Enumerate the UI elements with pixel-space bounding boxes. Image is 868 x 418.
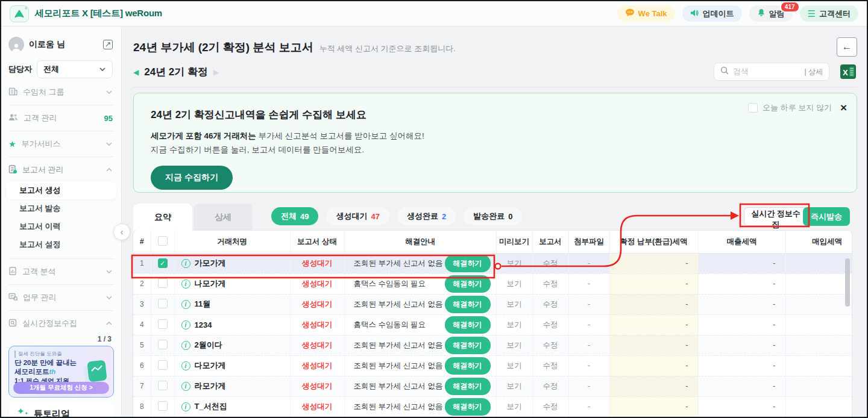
preview-cell: 보기 [496,314,532,335]
resolve-button[interactable]: 해결하기 [445,357,491,375]
guide-text: 홈택스 수임동의 필요 [354,279,445,289]
resolve-button[interactable]: 해결하기 [445,296,491,313]
preview-link[interactable]: 보기 [507,279,522,288]
edit-link[interactable]: 수정 [543,382,558,390]
edit-link[interactable]: 수정 [543,341,558,349]
row-number: 3 [133,294,151,314]
realtime-collect-button[interactable]: 실시간 정보수집 [744,207,808,226]
row-checkbox[interactable] [158,401,168,411]
row-checkbox-cell [151,314,174,335]
resolve-button[interactable]: 해결하기 [445,275,491,293]
promo-cta-button[interactable]: 1개월 무료체험 신청 > [13,382,109,394]
edit-link[interactable]: 수정 [543,259,558,267]
resolve-button[interactable]: 해결하기 [445,337,491,354]
star-icon: ★ [8,139,16,149]
tab-summary[interactable]: 요약 [133,204,192,231]
row-number: 6 [133,355,151,376]
row-checkbox[interactable] [158,340,168,349]
confirmed-tax-cell: - [609,273,698,294]
row-checkbox[interactable]: ✓ [158,258,168,268]
divider [8,284,114,285]
resolve-button[interactable]: 해결하기 [445,316,491,334]
instant-send-button[interactable]: 즉시발송 [803,207,850,226]
info-icon[interactable]: i [181,382,190,391]
filter-chip-created[interactable]: 생성완료2 [397,207,456,225]
row-checkbox[interactable] [158,278,168,288]
sidebar-collapse-button[interactable]: ‹ [113,223,130,240]
sidebar-item-report-settings[interactable]: 보고서 설정 [6,236,116,254]
tutorial-button[interactable]: ✦✦✦ 튜토리얼 [8,402,114,418]
prev-period-arrow[interactable]: ◀ [133,68,139,76]
close-icon[interactable]: × [840,102,847,113]
search-input[interactable]: 검색 | 상세 [714,63,829,81]
preview-link[interactable]: 보기 [507,320,522,329]
filter-chip-pending[interactable]: 생성대기47 [326,207,389,225]
info-icon[interactable]: i [181,279,190,289]
guide-text: 조회된 부가세 신고서 없음 [354,402,445,412]
report-cell: 수정 [532,355,568,376]
preview-link[interactable]: 보기 [507,402,522,411]
chevron-up-icon [105,167,113,172]
sidebar-item-tasks[interactable]: 업무 관리 [8,287,113,308]
row-checkbox[interactable] [158,319,168,329]
sidebar-item-addons[interactable]: ★ 부가서비스 [8,134,113,154]
preview-link[interactable]: 보기 [507,361,522,370]
support-center-button[interactable]: ☰ 고객센터 [800,5,858,22]
edit-link[interactable]: 수정 [543,361,558,370]
sidebar-item-realtime[interactable]: 실시간정보수집 [8,313,113,334]
manager-label: 담당자 [8,64,32,75]
manager-select[interactable]: 전체 [37,60,113,78]
preview-link[interactable]: 보기 [507,382,522,390]
row-checkbox[interactable] [158,299,168,308]
info-icon[interactable]: i [181,402,190,411]
guide-text: 조회된 부가세 신고서 없음 [354,299,445,310]
preview-link[interactable]: 보기 [507,300,522,308]
notifications-button[interactable]: 알림 417 [749,5,793,22]
tab-detail[interactable]: 상세 [193,204,253,231]
promo-document-icon [87,360,107,382]
resolve-button[interactable]: 해결하기 [445,378,491,395]
preview-link[interactable]: 보기 [507,259,522,267]
search-detail-toggle[interactable]: | 상세 [805,67,823,77]
back-button[interactable]: ← [837,37,857,57]
filter-chip-sent[interactable]: 발송완료0 [464,207,522,225]
sidebar-item-report-send[interactable]: 보고서 발송 [6,199,116,217]
sidebar-item-group[interactable]: 수임처 그룹 [8,82,113,102]
sidebar-item-customers[interactable]: 고객 관리 95 [8,108,113,128]
we-talk-button[interactable]: We Talk [617,5,675,22]
collect-now-button[interactable]: 지금 수집하기 [151,166,233,190]
info-icon[interactable]: i [181,300,190,309]
excel-export-button[interactable]: X [839,63,857,81]
promo-banner[interactable]: 절세 진단을 도와줄 단 20분 만에 끝내는 세모리포트th 1:1 필수 셋… [8,346,114,398]
edit-link[interactable]: 수정 [543,279,558,288]
edit-link[interactable]: 수정 [543,300,558,308]
sidebar-item-report-create[interactable]: 보고서 생성 [6,181,116,199]
sidebar-item-reports[interactable]: 보고서 관리 [8,160,113,180]
row-checkbox-cell [151,396,174,417]
edit-link[interactable]: 수정 [543,402,558,411]
purchase-tax-cell [785,335,852,355]
select-all-checkbox[interactable] [158,236,168,246]
sidebar-item-report-history[interactable]: 보고서 이력 [6,217,116,236]
row-checkbox[interactable] [158,360,168,370]
chevron-up-icon [105,321,113,326]
table-scrollbar[interactable] [845,258,850,307]
info-icon[interactable]: i [181,361,190,370]
row-checkbox[interactable] [158,381,168,390]
people-icon [8,113,18,123]
resolve-button[interactable]: 해결하기 [445,255,491,272]
sidebar-item-analysis[interactable]: 고객 분석 [8,261,113,282]
sales-tax-cell: - [698,273,785,294]
filter-chip-all[interactable]: 전체49 [271,207,318,225]
client-name: 11월 [195,299,211,310]
info-icon[interactable]: i [181,320,190,329]
preview-link[interactable]: 보기 [507,341,522,349]
update-button[interactable]: 업데이트 [682,5,742,22]
external-link-icon[interactable]: ↗ [103,40,113,49]
dismiss-today-checkbox[interactable] [748,103,758,113]
next-period-arrow[interactable]: ▶ [213,68,219,76]
info-icon[interactable]: i [181,341,190,350]
resolve-button[interactable]: 해결하기 [445,398,491,416]
edit-link[interactable]: 수정 [543,320,558,329]
info-icon[interactable]: i [181,259,190,268]
